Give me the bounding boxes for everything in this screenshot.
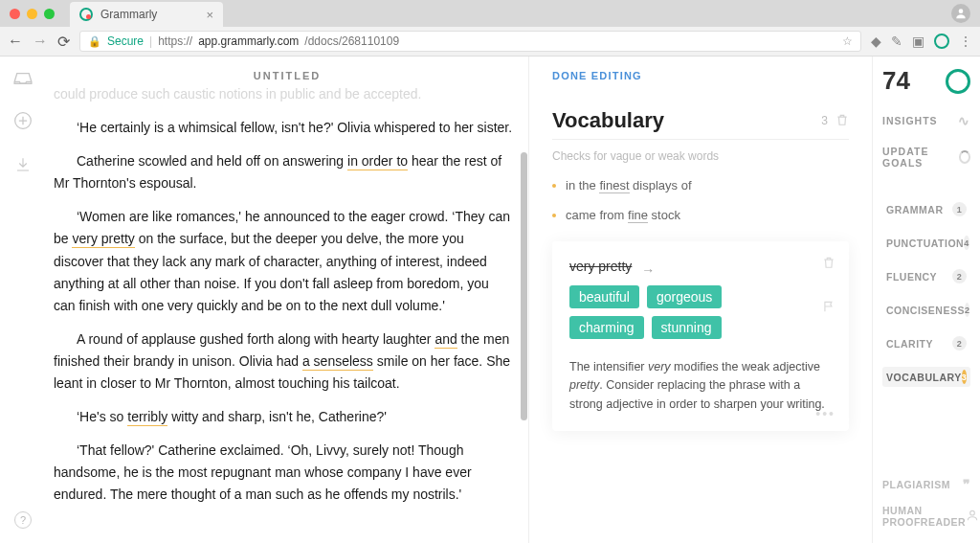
suggestion-chip[interactable]: gorgeous — [647, 285, 722, 308]
phrase-row: very pretty → beautiful gorgeous charmin… — [569, 259, 832, 339]
issue-word: fine — [628, 208, 648, 223]
document-title[interactable]: UNTITLED — [46, 70, 528, 81]
maximize-window-icon[interactable] — [44, 9, 55, 19]
dismiss-all-icon[interactable] — [835, 112, 849, 130]
url-host: app.grammarly.com — [198, 34, 299, 48]
count-badge: 3 — [962, 370, 968, 384]
pulse-icon: ∿ — [958, 113, 970, 128]
category-conciseness[interactable]: CONCISENESS2 — [882, 300, 970, 320]
arrow-icon: → — [641, 262, 655, 278]
category-clarity[interactable]: CLARITY2 — [882, 333, 970, 353]
suggestion-chip[interactable]: stunning — [652, 316, 722, 339]
vocab-highlight[interactable]: in order to — [347, 153, 408, 170]
close-window-icon[interactable] — [10, 9, 20, 19]
profile-icon[interactable] — [951, 4, 970, 23]
document-content[interactable]: could produce such caustic notions in pu… — [54, 83, 513, 543]
issue-dot-icon — [552, 184, 556, 188]
done-editing-link[interactable]: DONE EDITING — [552, 70, 849, 81]
category-list: GRAMMAR1 PUNCTUATION4 FLUENCY2 CONCISENE… — [882, 199, 970, 387]
svg-point-0 — [959, 9, 964, 13]
update-goals-link[interactable]: UPDATE GOALS — [882, 146, 970, 169]
doc-paragraph[interactable]: ‘He's so terribly witty and sharp, isn't… — [54, 406, 513, 428]
inbox-icon[interactable] — [12, 70, 33, 90]
url-input[interactable]: 🔒 Secure | https://app.grammarly.com/ddo… — [79, 31, 861, 52]
vocab-highlight[interactable]: terribly — [127, 409, 167, 426]
doc-paragraph[interactable]: ‘He certainly is a whimsical fellow, isn… — [54, 117, 513, 139]
category-punctuation[interactable]: PUNCTUATION4 — [882, 233, 970, 253]
browser-tab[interactable]: Grammarly × — [70, 2, 223, 27]
overall-score[interactable]: 74 — [882, 66, 910, 96]
insights-link[interactable]: INSIGHTS∿ — [882, 113, 970, 128]
help-icon[interactable]: ? — [14, 511, 32, 529]
count-badge: 2 — [952, 269, 967, 283]
vocab-highlight[interactable]: very pretty — [72, 231, 134, 248]
doc-paragraph[interactable]: A round of applause gushed forth along w… — [54, 328, 513, 395]
issue-count: 3 — [821, 114, 828, 127]
issue-dot-icon — [552, 214, 556, 217]
category-fluency[interactable]: FLUENCY2 — [882, 266, 970, 286]
issue-word: finest — [599, 178, 629, 193]
extension-icons: ◆ ✎ ▣ ⋮ — [871, 34, 972, 49]
grammarly-extension-icon[interactable] — [934, 34, 949, 49]
flag-card-icon[interactable] — [822, 299, 835, 317]
card-more-icon[interactable]: ••• — [815, 406, 835, 421]
app: ? UNTITLED could produce such caustic no… — [0, 57, 980, 543]
doc-paragraph[interactable]: ‘That fellow?' Catherine exclaimed. ‘Oh,… — [54, 440, 513, 506]
download-icon[interactable] — [14, 156, 32, 178]
add-icon[interactable] — [13, 111, 33, 135]
suggestion-chip[interactable]: charming — [569, 316, 644, 339]
bookmark-icon[interactable]: ☆ — [842, 34, 853, 48]
reload-button[interactable]: ⟳ — [57, 33, 70, 51]
doc-paragraph[interactable]: could produce such caustic notions in pu… — [54, 83, 513, 105]
back-button[interactable]: ← — [8, 33, 23, 50]
url-path: /ddocs/268110109 — [304, 34, 399, 48]
bottom-category-list: PLAGIARISM❞ HUMAN PROOFREADER — [882, 477, 970, 534]
minimize-window-icon[interactable] — [27, 9, 37, 19]
close-tab-icon[interactable]: × — [206, 8, 213, 22]
secure-label: Secure — [107, 34, 144, 48]
forward-button[interactable]: → — [33, 33, 48, 50]
panel-heading: Vocabulary — [552, 108, 664, 133]
lock-icon: 🔒 — [88, 35, 101, 48]
original-phrase: very pretty — [569, 259, 632, 274]
category-grammar[interactable]: GRAMMAR1 — [882, 199, 970, 219]
vocab-highlight[interactable]: a senseless — [302, 353, 373, 371]
category-human-proofreader[interactable]: HUMAN PROOFREADER — [882, 505, 970, 529]
ext-icon-3[interactable]: ▣ — [912, 34, 924, 49]
count-badge: 1 — [952, 202, 967, 216]
count-badge: 2 — [952, 336, 967, 351]
panel-header: Vocabulary 3 — [552, 108, 849, 140]
issue-item[interactable]: came from fine stock — [552, 208, 849, 222]
tab-bar: Grammarly × — [0, 0, 980, 27]
url-prefix: https:// — [158, 34, 192, 48]
vocab-highlight[interactable]: and — [434, 331, 457, 349]
person-icon — [966, 509, 979, 526]
url-separator: | — [149, 34, 152, 48]
suggestion-chip[interactable]: beautiful — [569, 285, 639, 308]
grammarly-favicon — [79, 8, 93, 21]
ext-icon-1[interactable]: ◆ — [871, 34, 881, 49]
doc-paragraph[interactable]: Catherine scowled and held off on answer… — [54, 150, 513, 194]
quote-icon: ❞ — [963, 477, 971, 493]
ext-icon-2[interactable]: ✎ — [891, 34, 902, 49]
svg-point-2 — [970, 510, 975, 515]
tab-title: Grammarly — [100, 8, 157, 21]
count-badge: 4 — [964, 236, 969, 250]
card-explanation: The intensifier very modifies the weak a… — [569, 358, 832, 414]
spinner-icon — [959, 150, 970, 164]
more-icon[interactable]: ⋮ — [959, 34, 972, 49]
doc-paragraph[interactable]: ‘Women are like romances,' he announced … — [54, 206, 513, 316]
grammarly-logo-icon[interactable] — [946, 69, 970, 94]
editor: UNTITLED could produce such caustic noti… — [46, 57, 528, 543]
right-rail: 74 INSIGHTS∿ UPDATE GOALS GRAMMAR1 PUNCT… — [873, 57, 980, 543]
scrollbar[interactable] — [521, 152, 527, 420]
suggestion-card: very pretty → beautiful gorgeous charmin… — [552, 241, 849, 431]
suggestion-chips: beautiful gorgeous charming stunning — [569, 285, 761, 339]
dismiss-card-icon[interactable] — [822, 255, 835, 273]
issue-item[interactable]: in the finest displays of — [552, 178, 849, 192]
category-plagiarism[interactable]: PLAGIARISM❞ — [882, 477, 970, 493]
window-controls — [0, 0, 64, 27]
category-vocabulary[interactable]: VOCABULARY3 — [882, 367, 970, 387]
address-bar: ← → ⟳ 🔒 Secure | https://app.grammarly.c… — [0, 27, 980, 56]
score-row: 74 — [882, 66, 970, 96]
